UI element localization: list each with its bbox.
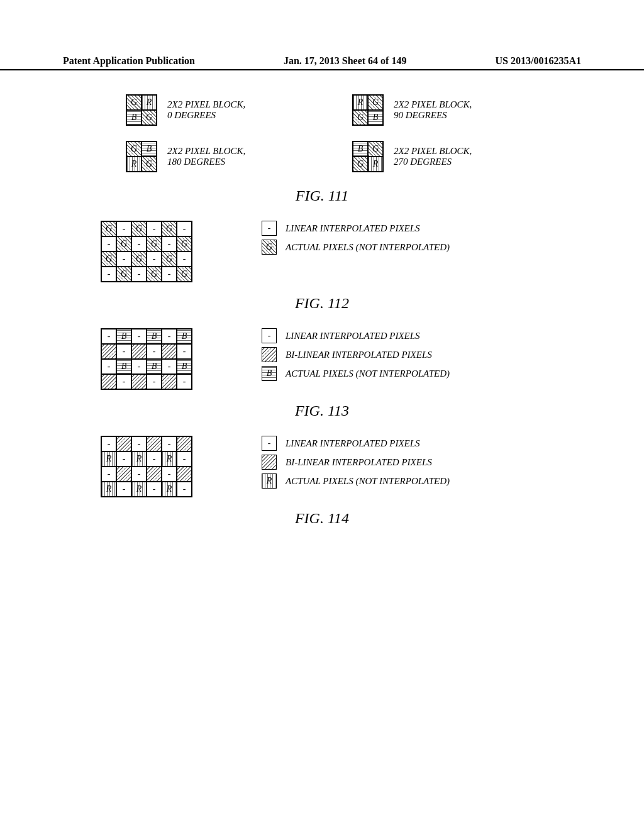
pixel-block-2x2: GBRG: [126, 141, 157, 172]
pixel-cell: [101, 374, 116, 389]
pixel-cell: -: [116, 482, 131, 497]
pixel-cell: G: [101, 252, 116, 267]
pixel-cell: -: [147, 451, 162, 467]
legend-row: -LINEAR INTERPOLATED PIXELS: [262, 328, 450, 343]
pixel-cell: B: [116, 359, 131, 374]
pixel-cell: -: [101, 467, 116, 482]
pixel-cell: R: [101, 482, 116, 497]
pixel-cell: -: [101, 236, 116, 252]
fig-112-grid: G-G-G--G-G-GG-G-G--G-G-G: [101, 221, 192, 282]
pixel-cell: G: [353, 110, 368, 125]
pixel-cell: -: [162, 329, 177, 344]
pixel-cell: G: [147, 236, 162, 252]
pixel-cell: B: [116, 329, 131, 344]
pixel-cell: -: [116, 451, 131, 467]
pixel-cell: B: [147, 359, 162, 374]
pixel-cell: -: [101, 359, 116, 374]
pixel-cell: -: [101, 436, 116, 451]
pixel-cell: -: [147, 482, 162, 497]
legend-row: -LINEAR INTERPOLATED PIXELS: [262, 436, 450, 451]
pixel-cell: -: [162, 436, 177, 451]
pixel-cell: R: [131, 482, 147, 497]
pixel-cell: -: [162, 359, 177, 374]
legend-row: -LINEAR INTERPOLATED PIXELS: [262, 221, 450, 236]
pixel-cell: G: [368, 95, 383, 110]
fig-113: -B-B-B----B-B-B--- -LINEAR INTERPOLATED …: [38, 328, 606, 419]
fig-112-legend: -LINEAR INTERPOLATED PIXELSGACTUAL PIXEL…: [262, 221, 450, 258]
block-description: 2X2 PIXEL BLOCK,90 DEGREES: [394, 99, 472, 121]
legend-row: RACTUAL PIXELS (NOT INTERPOLATED): [262, 473, 450, 489]
pixel-block-2x2: GRBG: [126, 94, 157, 126]
pixel-cell: -: [162, 236, 177, 252]
pixel-cell: R: [353, 95, 368, 110]
legend-swatch: [262, 455, 277, 470]
legend-swatch: -: [262, 436, 277, 451]
pixel-cell: -: [177, 252, 192, 267]
legend-row: BI-LINEAR INTERPOLATED PIXELS: [262, 455, 450, 470]
legend-text: BI-LINEAR INTERPOLATED PIXELS: [286, 350, 432, 360]
legend-row: BACTUAL PIXELS (NOT INTERPOLATED): [262, 366, 450, 381]
pixel-cell: G: [126, 95, 142, 110]
pixel-cell: B: [177, 329, 192, 344]
pixel-cell: R: [142, 95, 157, 110]
pixel-cell: -: [147, 221, 162, 236]
header-left: Patent Application Publication: [63, 55, 195, 67]
legend-swatch: -: [262, 221, 277, 236]
legend-text: ACTUAL PIXELS (NOT INTERPOLATED): [286, 368, 450, 379]
fig-114: ---R-R-R----R-R-R- -LINEAR INTERPOLATED …: [38, 436, 606, 527]
legend-text: LINEAR INTERPOLATED PIXELS: [286, 223, 420, 234]
pixel-cell: [101, 344, 116, 359]
pixel-cell: -: [131, 267, 147, 282]
pixel-cell: G: [116, 236, 131, 252]
legend-swatch: -: [262, 328, 277, 343]
pixel-cell: -: [131, 436, 147, 451]
fig-111-item: BGGR2X2 PIXEL BLOCK,270 DEGREES: [352, 141, 553, 172]
pixel-cell: G: [142, 110, 157, 125]
pixel-cell: -: [131, 329, 147, 344]
fig-111-item: RGGB2X2 PIXEL BLOCK,90 DEGREES: [352, 94, 553, 126]
pixel-cell: [177, 467, 192, 482]
pixel-cell: G: [162, 221, 177, 236]
pixel-cell: -: [177, 451, 192, 467]
pixel-cell: [177, 436, 192, 451]
pixel-cell: G: [101, 221, 116, 236]
block-description: 2X2 PIXEL BLOCK,0 DEGREES: [167, 99, 245, 121]
fig-114-legend: -LINEAR INTERPOLATED PIXELSBI-LINEAR INT…: [262, 436, 450, 492]
pixel-cell: B: [177, 359, 192, 374]
legend-text: ACTUAL PIXELS (NOT INTERPOLATED): [286, 242, 450, 253]
fig-112-label: FIG. 112: [38, 295, 606, 312]
header-center: Jan. 17, 2013 Sheet 64 of 149: [284, 55, 407, 67]
pixel-cell: G: [131, 252, 147, 267]
pixel-cell: R: [101, 451, 116, 467]
fig-114-grid: ---R-R-R----R-R-R-: [101, 436, 192, 497]
legend-swatch: [262, 347, 277, 362]
pixel-cell: [147, 436, 162, 451]
pixel-cell: B: [126, 110, 142, 125]
pixel-cell: -: [147, 374, 162, 389]
pixel-cell: -: [147, 344, 162, 359]
pixel-cell: R: [131, 451, 147, 467]
pixel-cell: -: [177, 374, 192, 389]
pixel-cell: B: [353, 141, 368, 157]
legend-row: BI-LINEAR INTERPOLATED PIXELS: [262, 347, 450, 362]
pixel-cell: -: [131, 236, 147, 252]
pixel-cell: G: [177, 267, 192, 282]
legend-text: LINEAR INTERPOLATED PIXELS: [286, 438, 420, 449]
page-header: Patent Application Publication Jan. 17, …: [0, 55, 644, 70]
pixel-block-2x2: RGGB: [352, 94, 384, 126]
legend-text: LINEAR INTERPOLATED PIXELS: [286, 331, 420, 341]
pixel-cell: G: [126, 141, 142, 157]
legend-swatch: B: [262, 366, 277, 381]
fig-111-item: GRBG2X2 PIXEL BLOCK,0 DEGREES: [126, 94, 327, 126]
pixel-cell: R: [162, 451, 177, 467]
block-description: 2X2 PIXEL BLOCK,270 DEGREES: [394, 146, 472, 167]
pixel-cell: [162, 374, 177, 389]
pixel-cell: B: [147, 329, 162, 344]
header-right: US 2013/0016235A1: [496, 55, 581, 67]
pixel-cell: -: [162, 267, 177, 282]
fig-111-label: FIG. 111: [38, 187, 606, 204]
pixel-cell: R: [368, 157, 383, 172]
pixel-cell: [116, 467, 131, 482]
pixel-cell: [116, 436, 131, 451]
pixel-cell: [162, 344, 177, 359]
